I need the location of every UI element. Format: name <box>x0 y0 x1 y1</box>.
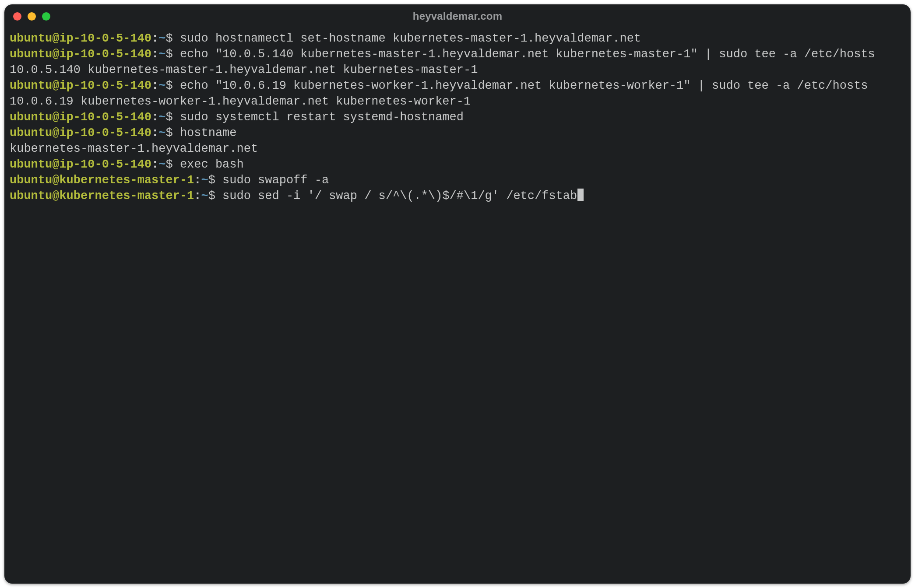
prompt-symbol: $ <box>208 189 222 203</box>
prompt-user-host: ubuntu@ip-10-0-5-140 <box>10 126 151 140</box>
window-title: heyvaldemar.com <box>4 10 911 22</box>
prompt-separator: : <box>151 158 158 171</box>
terminal-command-line: ubuntu@ip-10-0-5-140:~$ echo "10.0.5.140… <box>10 46 905 62</box>
prompt-path: ~ <box>201 174 208 187</box>
prompt-path: ~ <box>158 111 165 124</box>
command-text: echo "10.0.5.140 kubernetes-master-1.hey… <box>180 48 875 61</box>
terminal-output-line: 10.0.5.140 kubernetes-master-1.heyvaldem… <box>10 62 905 78</box>
prompt-user-host: ubuntu@ip-10-0-5-140 <box>10 158 151 171</box>
terminal-window: heyvaldemar.com ubuntu@ip-10-0-5-140:~$ … <box>4 4 911 584</box>
prompt-path: ~ <box>158 32 165 45</box>
prompt-separator: : <box>194 174 201 187</box>
prompt-separator: : <box>151 32 158 45</box>
command-text: sudo systemctl restart systemd-hostnamed <box>180 111 464 124</box>
prompt-symbol: $ <box>165 126 179 140</box>
prompt-path: ~ <box>158 126 165 140</box>
prompt-symbol: $ <box>208 174 222 187</box>
terminal-command-line: ubuntu@ip-10-0-5-140:~$ echo "10.0.6.19 … <box>10 78 905 94</box>
prompt-user-host: ubuntu@ip-10-0-5-140 <box>10 48 151 61</box>
terminal-body[interactable]: ubuntu@ip-10-0-5-140:~$ sudo hostnamectl… <box>4 28 911 209</box>
output-text: kubernetes-master-1.heyvaldemar.net <box>10 142 258 155</box>
command-text: hostname <box>180 126 237 140</box>
prompt-path: ~ <box>201 189 208 203</box>
prompt-user-host: ubuntu@ip-10-0-5-140 <box>10 111 151 124</box>
prompt-separator: : <box>151 111 158 124</box>
prompt-symbol: $ <box>165 79 179 92</box>
prompt-separator: : <box>151 79 158 92</box>
prompt: ubuntu@kubernetes-master-1:~$ <box>10 174 222 187</box>
prompt: ubuntu@ip-10-0-5-140:~$ <box>10 126 180 140</box>
prompt-user-host: ubuntu@kubernetes-master-1 <box>10 189 194 203</box>
command-text: exec bash <box>180 158 244 171</box>
prompt: ubuntu@ip-10-0-5-140:~$ <box>10 158 180 171</box>
command-text: sudo swapoff -a <box>222 174 329 187</box>
prompt: ubuntu@ip-10-0-5-140:~$ <box>10 48 180 61</box>
terminal-command-line: ubuntu@ip-10-0-5-140:~$ hostname <box>10 125 905 141</box>
prompt-path: ~ <box>158 79 165 92</box>
command-text: sudo sed -i '/ swap / s/^\(.*\)$/#\1/g' … <box>222 189 577 203</box>
prompt-separator: : <box>194 189 201 203</box>
titlebar: heyvaldemar.com <box>4 4 911 28</box>
cursor-icon <box>577 189 584 201</box>
terminal-command-line: ubuntu@ip-10-0-5-140:~$ sudo systemctl r… <box>10 109 905 125</box>
command-text: sudo hostnamectl set-hostname kubernetes… <box>180 32 641 45</box>
terminal-output-line: kubernetes-master-1.heyvaldemar.net <box>10 141 905 157</box>
prompt: ubuntu@ip-10-0-5-140:~$ <box>10 79 180 92</box>
prompt-user-host: ubuntu@ip-10-0-5-140 <box>10 32 151 45</box>
traffic-lights <box>13 12 50 21</box>
output-text: 10.0.5.140 kubernetes-master-1.heyvaldem… <box>10 63 478 77</box>
prompt-symbol: $ <box>165 111 179 124</box>
output-text: 10.0.6.19 kubernetes-worker-1.heyvaldema… <box>10 95 471 108</box>
close-icon[interactable] <box>13 12 21 21</box>
terminal-output-line: 10.0.6.19 kubernetes-worker-1.heyvaldema… <box>10 94 905 109</box>
prompt-symbol: $ <box>165 158 179 171</box>
zoom-icon[interactable] <box>42 12 50 21</box>
prompt-symbol: $ <box>165 48 179 61</box>
prompt: ubuntu@ip-10-0-5-140:~$ <box>10 32 180 45</box>
prompt: ubuntu@ip-10-0-5-140:~$ <box>10 111 180 124</box>
terminal-command-line: ubuntu@kubernetes-master-1:~$ sudo sed -… <box>10 188 905 204</box>
prompt-path: ~ <box>158 158 165 171</box>
prompt-separator: : <box>151 126 158 140</box>
prompt: ubuntu@kubernetes-master-1:~$ <box>10 189 222 203</box>
terminal-command-line: ubuntu@ip-10-0-5-140:~$ sudo hostnamectl… <box>10 31 905 46</box>
prompt-symbol: $ <box>165 32 179 45</box>
prompt-path: ~ <box>158 48 165 61</box>
minimize-icon[interactable] <box>28 12 36 21</box>
prompt-user-host: ubuntu@kubernetes-master-1 <box>10 174 194 187</box>
terminal-command-line: ubuntu@ip-10-0-5-140:~$ exec bash <box>10 157 905 172</box>
prompt-user-host: ubuntu@ip-10-0-5-140 <box>10 79 151 92</box>
prompt-separator: : <box>151 48 158 61</box>
command-text: echo "10.0.6.19 kubernetes-worker-1.heyv… <box>180 79 868 92</box>
terminal-command-line: ubuntu@kubernetes-master-1:~$ sudo swapo… <box>10 172 905 188</box>
